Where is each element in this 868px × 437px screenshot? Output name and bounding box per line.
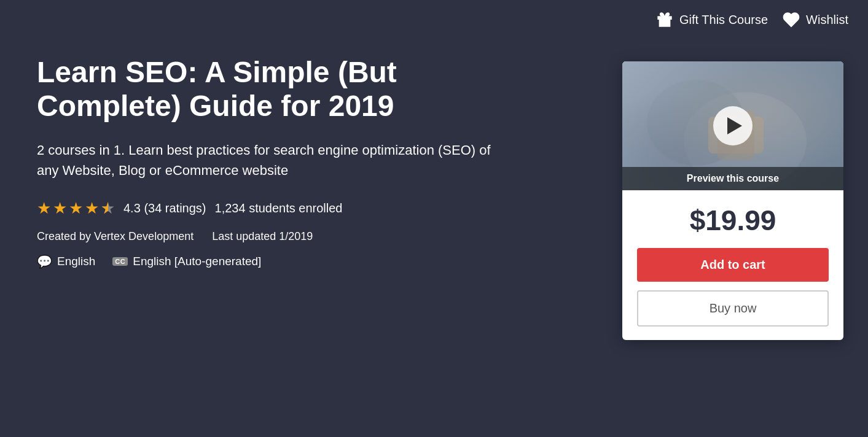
cc-icon: CC [112, 257, 128, 266]
card-body: $19.99 Add to cart Buy now [622, 190, 843, 340]
preview-thumbnail[interactable]: Preview this course [622, 61, 843, 190]
star-3: ★ [69, 199, 83, 218]
captions-label: English [Auto-generated] [133, 255, 261, 268]
gift-course-label: Gift This Course [679, 13, 768, 27]
captions-item: CC English [Auto-generated] [112, 255, 261, 268]
meta-row: Created by Vertex Development Last updat… [37, 230, 610, 243]
language-row: 💬 English CC English [Auto-generated] [37, 254, 610, 269]
play-triangle-icon [727, 117, 742, 134]
star-1: ★ [37, 199, 51, 218]
star-half: ★ ★ [101, 199, 115, 218]
course-title: Learn SEO: A Simple (But Complete) Guide… [37, 55, 541, 123]
main-content: Learn SEO: A Simple (But Complete) Guide… [37, 55, 610, 437]
rating-row: ★ ★ ★ ★ ★ ★ 4.3 (34 ratings) 1,234 stude… [37, 199, 610, 218]
play-button[interactable] [713, 106, 753, 145]
speech-bubble-icon: 💬 [37, 254, 52, 269]
buy-now-button[interactable]: Buy now [637, 290, 829, 327]
language-item: 💬 English [37, 254, 95, 269]
students-enrolled: 1,234 students enrolled [215, 201, 343, 215]
heart-icon [783, 11, 800, 28]
last-updated: Last updated 1/2019 [212, 230, 313, 243]
top-bar: Gift This Course Wishlist [636, 0, 868, 39]
wishlist-label: Wishlist [806, 13, 848, 27]
star-rating: ★ ★ ★ ★ ★ ★ [37, 199, 115, 218]
language-label: English [57, 255, 95, 268]
gift-course-button[interactable]: Gift This Course [656, 11, 768, 28]
preview-label[interactable]: Preview this course [622, 167, 843, 190]
rating-value: 4.3 (34 ratings) [123, 201, 206, 215]
add-to-cart-button[interactable]: Add to cart [637, 248, 829, 282]
course-card: Preview this course $19.99 Add to cart B… [622, 61, 843, 340]
author-info: Created by Vertex Development [37, 230, 194, 243]
course-subtitle: 2 courses in 1. Learn best practices for… [37, 140, 504, 180]
course-price: $19.99 [637, 204, 829, 237]
star-2: ★ [53, 199, 67, 218]
star-4: ★ [85, 199, 99, 218]
gift-icon [656, 11, 673, 28]
wishlist-button[interactable]: Wishlist [783, 11, 848, 28]
